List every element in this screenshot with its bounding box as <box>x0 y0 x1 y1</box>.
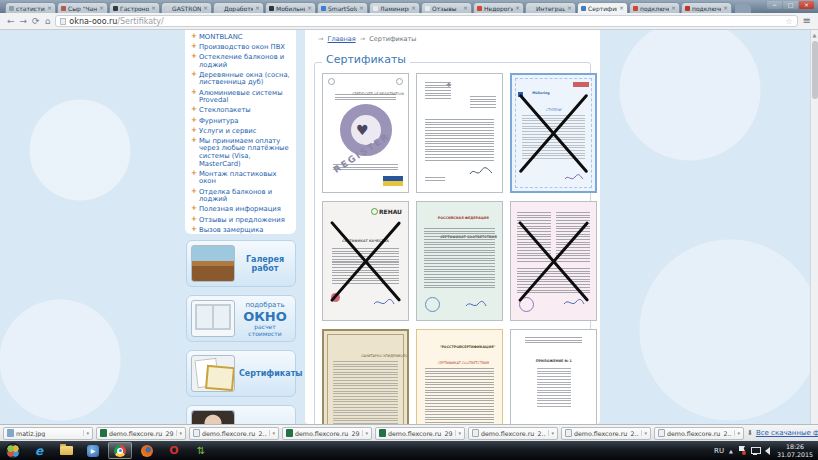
download-item[interactable]: demo.flexcore.ru_2...html▾ <box>189 427 279 440</box>
browser-tab[interactable]: Сыр "Чанах"× <box>57 2 108 13</box>
download-caret-icon[interactable]: ▾ <box>548 430 554 436</box>
certificate-thumb-letter[interactable]: ✦ <box>416 73 503 193</box>
promo-certificates[interactable]: Сертификаты <box>186 350 296 397</box>
address-bar[interactable]: okna-ooo.ru/Sertifikaty/ ☆ <box>55 15 797 27</box>
download-item[interactable]: demo.flexcore.ru_2...html▾ <box>654 427 744 440</box>
new-tab-button[interactable] <box>735 4 751 13</box>
breadcrumb-home-link[interactable]: Главная <box>328 35 356 43</box>
taskbar-ie[interactable]: e <box>27 442 51 459</box>
download-item[interactable]: demo.flexcore.ru_29....csv▾ <box>282 427 372 440</box>
sidebar-menu-item-label[interactable]: Монтаж пластиковых окон <box>199 170 277 186</box>
tab-close-icon[interactable]: × <box>463 5 468 11</box>
sidebar-menu-item-label[interactable]: Остекление балконов и лоджий <box>199 53 284 69</box>
tab-close-icon[interactable]: × <box>203 5 208 11</box>
browser-tab[interactable]: SmartSoluti× <box>317 2 368 13</box>
reload-icon[interactable]: ⟳ <box>32 17 40 26</box>
sidebar-menu-item-label[interactable]: Стеклопакеты <box>199 106 251 114</box>
download-filename[interactable]: matiz.jpg <box>16 430 81 437</box>
download-caret-icon[interactable]: ▾ <box>176 430 182 436</box>
sidebar-menu-item-label[interactable]: Вызов замерщика <box>199 226 263 234</box>
tab-close-icon[interactable]: × <box>567 5 572 11</box>
download-filename[interactable]: demo.flexcore.ru_2...html <box>667 430 732 437</box>
bookmark-star-icon[interactable]: ☆ <box>785 17 792 26</box>
browser-tab[interactable]: Интеграции× <box>525 2 576 13</box>
sidebar-menu-item-label[interactable]: Деревянные окна (сосна, лиственница дуб) <box>199 71 290 87</box>
sidebar-menu-item[interactable]: +Полезная информация <box>191 206 292 214</box>
taskbar-clock[interactable]: 18:26 31.07.2015 <box>777 443 813 458</box>
sidebar-menu-item-label[interactable]: Отзывы и предложения <box>199 216 285 224</box>
certificate-thumb-rehau[interactable]: REHAU СЕРТИФИКАТ КАЧЕСТВА <box>322 201 409 321</box>
sidebar-menu-item-label[interactable]: Фурнитура <box>199 117 239 125</box>
tab-close-icon[interactable]: × <box>411 5 416 11</box>
taskbar-opera[interactable]: O <box>162 442 186 459</box>
browser-tab[interactable]: статистика× <box>5 2 56 13</box>
browser-tab[interactable]: Гастрономи× <box>109 2 160 13</box>
tab-close-icon[interactable]: × <box>151 5 156 11</box>
sidebar-menu-item[interactable]: +Мы принимаем оплату через любые платёжн… <box>191 138 292 168</box>
download-filename[interactable]: demo.flexcore.ru_29....csv <box>388 430 453 437</box>
browser-tab[interactable]: Отзывы× <box>421 2 472 13</box>
tab-close-icon[interactable]: × <box>723 5 728 11</box>
download-caret-icon[interactable]: ▾ <box>641 430 647 436</box>
language-indicator[interactable]: RU <box>714 447 724 455</box>
browser-tab[interactable]: Мобильный× <box>265 2 316 13</box>
sidebar-menu-item[interactable]: +Отделка балконов и лоджий <box>191 189 292 204</box>
browser-tab[interactable]: Доработки× <box>213 2 264 13</box>
download-item[interactable]: demo.flexcore.ru_29....csv▾ <box>375 427 465 440</box>
certificate-thumb-bsi[interactable]: CERTIFICATE OF REGISTRATION ♥ REGISTER <box>322 73 409 193</box>
certificate-thumb-pink[interactable] <box>510 201 597 321</box>
download-caret-icon[interactable]: ▾ <box>362 430 368 436</box>
browser-tab[interactable]: GASTRONOM× <box>161 2 212 13</box>
back-icon[interactable]: ← <box>7 17 15 26</box>
sidebar-menu-item-label[interactable]: Отделка балконов и лоджий <box>199 188 272 204</box>
scrollbar-thumb[interactable] <box>812 41 818 99</box>
sidebar-menu-item[interactable]: +Услуги и сервис <box>191 128 292 136</box>
sidebar-menu-item[interactable]: +Алюминиевые системы Provedal <box>191 90 292 105</box>
tab-close-icon[interactable]: × <box>515 5 520 11</box>
sidebar-menu-item-label[interactable]: Полезная информация <box>199 205 281 213</box>
browser-tab[interactable]: Сертификат× <box>577 2 628 13</box>
sidebar-menu-item-label[interactable]: Алюминиевые системы Provedal <box>199 89 283 105</box>
scroll-up-icon[interactable]: ▲ <box>811 30 818 40</box>
action-center-flag-icon[interactable] <box>738 446 746 455</box>
network-icon[interactable] <box>751 447 760 455</box>
hidden-icons-arrow[interactable]: ▲ <box>729 448 733 454</box>
download-filename[interactable]: demo.flexcore.ru_2...html <box>481 430 546 437</box>
browser-tab[interactable]: подключени× <box>681 2 732 13</box>
download-item[interactable]: demo.flexcore.ru_2...html▾ <box>561 427 651 440</box>
sidebar-menu-item-label[interactable]: Мы принимаем оплату через любые платёжны… <box>199 137 289 168</box>
tab-close-icon[interactable]: × <box>359 5 364 11</box>
sidebar-menu-item[interactable]: +Деревянные окна (сосна, лиственница дуб… <box>191 72 292 87</box>
sidebar-menu-item[interactable]: +Отзывы и предложения <box>191 217 292 225</box>
browser-tab[interactable]: подключени× <box>629 2 680 13</box>
maximize-button[interactable]: ▢ <box>783 1 798 9</box>
forward-icon[interactable]: → <box>20 17 28 26</box>
certificate-thumb-sanitary[interactable]: САНИТАРНО-ЭПИДЕМИОЛОГИЧЕСКОЕ ЗАКЛЮЧЕНИЕ <box>322 329 409 424</box>
taskbar-explorer[interactable] <box>54 442 78 459</box>
volume-icon[interactable] <box>765 447 770 455</box>
sidebar-menu-item-label[interactable]: Услуги и сервис <box>199 127 256 135</box>
promo-online-consultant[interactable]: ONLINE <box>186 405 296 424</box>
download-caret-icon[interactable]: ▾ <box>83 430 89 436</box>
tab-close-icon[interactable]: × <box>307 5 312 11</box>
sidebar-menu-item[interactable]: +Фурнитура <box>191 118 292 126</box>
sidebar-menu-item[interactable]: +MONTBLANC <box>191 34 292 42</box>
taskbar-chrome[interactable] <box>108 442 132 459</box>
page-scrollbar[interactable]: ▲ <box>810 30 818 424</box>
tab-close-icon[interactable]: × <box>47 5 52 11</box>
tab-close-icon[interactable]: × <box>671 5 676 11</box>
sidebar-menu-item[interactable]: +Производство окон ПВХ <box>191 44 292 52</box>
browser-tab[interactable]: Ламиниров× <box>369 2 420 13</box>
download-item[interactable]: demo.flexcore.ru_29....csv▾ <box>96 427 186 440</box>
promo-okno-calculator[interactable]: подобрать ОКНО расчет стоимости <box>186 295 296 342</box>
promo-gallery[interactable]: Галерея работ <box>186 240 296 287</box>
tab-close-icon[interactable]: × <box>255 5 260 11</box>
start-button[interactable] <box>5 443 21 459</box>
download-caret-icon[interactable]: ▾ <box>269 430 275 436</box>
certificate-thumb-green[interactable]: РОССИЙСКАЯ ФЕДЕРАЦИЯСЕРТИФИКАТ СООТВЕТСТ… <box>416 201 503 321</box>
download-caret-icon[interactable]: ▾ <box>455 430 461 436</box>
show-all-downloads-label[interactable]: Все скачанные файлы... <box>756 429 818 437</box>
browser-menu-icon[interactable]: ≡ <box>803 16 811 26</box>
close-window-button[interactable]: × <box>799 1 814 9</box>
download-filename[interactable]: demo.flexcore.ru_2...html <box>202 430 267 437</box>
